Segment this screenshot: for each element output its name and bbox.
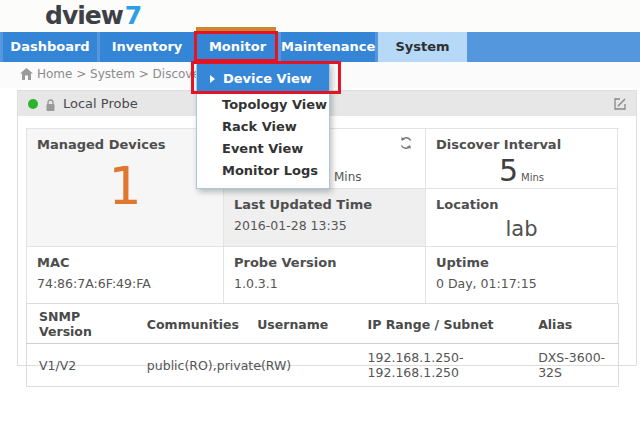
cell-alias: DXS-3600-32S bbox=[526, 344, 618, 387]
monitor-dropdown-menu: Device View Topology View Rack View Even… bbox=[196, 62, 330, 189]
home-icon bbox=[20, 68, 33, 80]
discover-interval-value: 5 bbox=[499, 153, 518, 188]
dview7-logo: dview7 bbox=[45, 1, 141, 30]
managed-devices-label: Managed Devices bbox=[27, 129, 223, 152]
menu-item-device-view[interactable]: Device View bbox=[197, 63, 329, 94]
col-ip-range: IP Range / Subnet bbox=[356, 304, 527, 344]
breadcrumb[interactable]: Home > System > Discovery bbox=[20, 67, 212, 81]
location-label: Location bbox=[426, 189, 617, 212]
mac-cell: MAC 74:86:7A:6F:49:FA bbox=[27, 247, 224, 304]
probe-version-label: Probe Version bbox=[224, 247, 425, 270]
main-nav: Dashboard Inventory Monitor Maintenance … bbox=[0, 32, 640, 62]
discover-interval-unit: Mins bbox=[521, 172, 544, 183]
cell-ip-range: 192.168.1.250-192.168.1.250 bbox=[356, 344, 527, 387]
menu-item-rack-view[interactable]: Rack View bbox=[197, 116, 329, 138]
nav-tab-maintenance[interactable]: Maintenance bbox=[281, 32, 375, 62]
col-snmp-version: SNMP Version bbox=[27, 304, 135, 344]
last-updated-cell: Last Updated Time 2016-01-28 13:35 bbox=[224, 189, 426, 247]
nav-tab-inventory[interactable]: Inventory bbox=[100, 32, 194, 62]
uptime-cell: Uptime 0 Day, 01:17:15 bbox=[426, 247, 618, 304]
uptime-label: Uptime bbox=[426, 247, 617, 270]
breadcrumb-path: Home > System > Discovery bbox=[37, 67, 212, 81]
col-username: Username bbox=[245, 304, 355, 344]
dview7-app: dview7 Dashboard Inventory Monitor Maint… bbox=[0, 0, 640, 446]
menu-item-monitor-logs[interactable]: Monitor Logs bbox=[197, 160, 329, 182]
nav-tab-system[interactable]: System bbox=[378, 32, 467, 62]
edit-icon[interactable] bbox=[613, 96, 627, 115]
mac-label: MAC bbox=[27, 247, 223, 270]
snmp-table-header-row: SNMP Version Communities Username IP Ran… bbox=[27, 304, 619, 344]
col-communities: Communities bbox=[135, 304, 245, 344]
discover-interval-label: Discover Interval bbox=[426, 129, 617, 152]
last-updated-value: 2016-01-28 13:35 bbox=[224, 212, 425, 233]
nav-tab-dashboard[interactable]: Dashboard bbox=[3, 32, 97, 62]
refresh-icon[interactable] bbox=[399, 135, 413, 154]
last-updated-label: Last Updated Time bbox=[224, 189, 425, 212]
probe-version-cell: Probe Version 1.0.3.1 bbox=[224, 247, 426, 304]
location-cell: Location lab bbox=[426, 189, 618, 247]
online-status-icon bbox=[28, 99, 38, 109]
menu-arrow-icon bbox=[210, 75, 215, 83]
logo-brand-text: dview bbox=[45, 1, 123, 30]
lock-icon bbox=[45, 97, 56, 116]
nav-tab-monitor[interactable]: Monitor bbox=[197, 32, 278, 62]
annotation-orange-strip bbox=[196, 27, 276, 32]
probe-title: Local Probe bbox=[63, 91, 138, 116]
menu-item-event-view[interactable]: Event View bbox=[197, 138, 329, 160]
uptime-value: 0 Day, 01:17:15 bbox=[426, 270, 617, 291]
menu-item-topology-view[interactable]: Topology View bbox=[197, 94, 329, 116]
discover-interval-cell: Discover Interval 5Mins bbox=[426, 129, 618, 189]
location-value: lab bbox=[426, 217, 617, 241]
col-alias: Alias bbox=[526, 304, 618, 344]
logo-seven-text: 7 bbox=[125, 1, 141, 30]
snmp-table: SNMP Version Communities Username IP Ran… bbox=[26, 303, 619, 387]
table-row: V1/V2 public(RO),private(RW) - 192.168.1… bbox=[27, 344, 619, 387]
managed-devices-cell: Managed Devices 1 bbox=[27, 129, 224, 247]
polling-interval-unit: Mins bbox=[334, 170, 362, 184]
managed-devices-value: 1 bbox=[27, 156, 223, 216]
cell-communities: public(RO),private(RW) bbox=[135, 344, 245, 387]
mac-value: 74:86:7A:6F:49:FA bbox=[27, 270, 223, 291]
probe-version-value: 1.0.3.1 bbox=[224, 270, 425, 291]
app-header: dview7 bbox=[0, 0, 640, 32]
cell-snmp-version: V1/V2 bbox=[27, 344, 135, 387]
